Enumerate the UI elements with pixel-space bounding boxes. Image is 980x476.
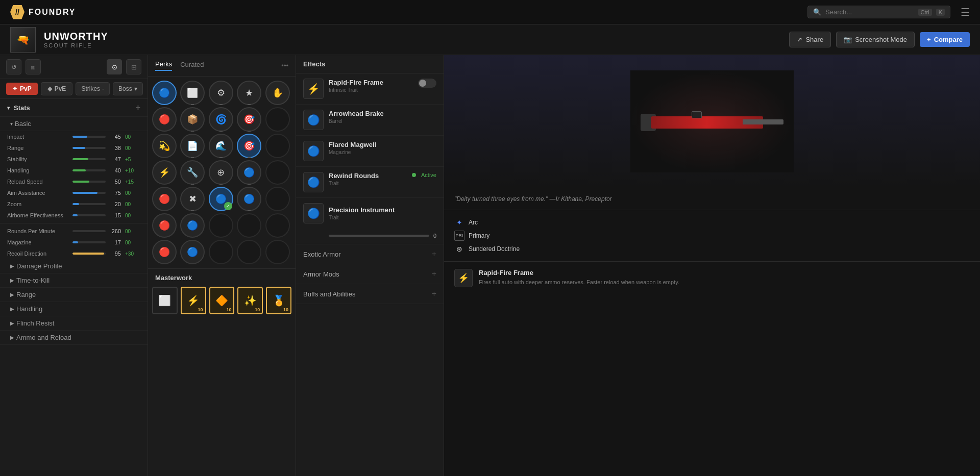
perks-more-button[interactable]: ••• [281,62,288,69]
stat-bar-wrap-airborne [72,214,106,216]
effect-icon-rapid-fire: ⚡ [303,79,324,99]
masterwork-item-3[interactable]: ✨10 [237,287,263,314]
masterwork-item-1[interactable]: ⚡10 [181,287,206,314]
perk-icon-1-1[interactable]: 🔵 [152,81,177,105]
tab-perks[interactable]: Perks [155,60,172,71]
mode-grid-button[interactable]: ⊞ [126,59,141,74]
perk-icon-3-2[interactable]: 📄 [180,134,205,158]
perk-icon-6-2[interactable]: 🔵 [180,213,205,238]
perk-icon-2-3[interactable]: 🌀 [209,107,233,132]
stat-value-magazine: 17 [110,239,121,245]
toggle-rapid-fire[interactable] [418,79,436,88]
stat-bonus-reload: +15 [125,179,140,185]
perk-icon-6-4[interactable] [237,213,261,238]
perk-icon-3-3[interactable]: 🌊 [209,134,233,158]
pvp-button[interactable]: ✦ PvP [6,83,38,95]
perk-icon-7-5[interactable] [265,240,290,264]
perk-icon-5-5[interactable] [265,187,290,211]
search-bar[interactable]: 🔍 Ctrl K [807,6,950,18]
perk-icon-3-5[interactable] [265,134,290,158]
basic-section-header[interactable]: ▾ Basic [0,117,148,131]
undo-button[interactable]: ↺ [6,59,21,74]
plus-icon: + [927,36,931,43]
perk-icon-1-4[interactable]: ★ [237,81,261,105]
range-section[interactable]: ▶ Range [0,288,148,302]
perk-icon-6-1[interactable]: 🔴 [152,213,177,238]
damage-profile-section[interactable]: ▶ Damage Profile [0,259,148,273]
logo-text: FOUNDRY [29,8,76,17]
perk-icon-1-3[interactable]: ⚙ [209,81,233,105]
perk-icon-6-3[interactable] [209,213,233,238]
perk-icon-4-3[interactable]: ⊕ [209,160,233,185]
perk-icon-1-5[interactable]: ✋ [265,81,290,105]
stat-row-reload: Reload Speed 50 +15 [0,176,148,187]
perk-icon-2-1[interactable]: 🔴 [152,107,177,132]
armor-mods-section[interactable]: Armor Mods + [296,264,444,284]
flinch-section[interactable]: ▶ Flinch Resist [0,316,148,331]
effect-info-arrowhead: Arrowhead Brake Barrel [329,110,436,124]
masterwork-item-4[interactable]: 🏅10 [266,287,291,314]
tab-curated[interactable]: Curated [180,61,204,70]
perk-icon-5-1[interactable]: 🔴 [152,187,177,211]
ttk-section[interactable]: ▶ Time-to-Kill [0,273,148,288]
frame-icon: ⚡ [454,269,473,287]
strikes-dropdown[interactable]: Strikes - [76,82,110,95]
handling-section[interactable]: ▶ Handling [0,302,148,316]
stats-panel: ↺ ⎄ ⊙ ⊞ ✦ PvP ◈ PvE Strikes - Boss ▾ [0,55,148,476]
tag-sundered: ⊛ Sundered Doctrine [454,244,970,254]
perk-icon-5-3[interactable]: 🔵 ✓ [209,187,233,211]
compare-button[interactable]: + Compare [920,32,970,47]
perk-icon-2-2[interactable]: 📦 [180,107,205,132]
search-input[interactable] [825,8,914,16]
perk-icon-5-4[interactable]: 🔵 [237,187,261,211]
perk-icon-1-2[interactable]: ⬜ [180,81,205,105]
screenshot-button[interactable]: 📷 Screenshot Mode [836,32,915,47]
basic-label: Basic [15,120,31,128]
perk-icon-7-3[interactable] [209,240,233,264]
perk-icon-3-1[interactable]: 💫 [152,134,177,158]
stat-row-rpm: Rounds Per Minute 260 00 [0,226,148,237]
effect-info-precision-instrument: Precision Instrument Trait [329,206,436,220]
rifle-sight [692,111,702,118]
perk-icon-7-2[interactable]: 🔵 [180,240,205,264]
effect-name-rewind-rounds: Rewind Rounds [329,172,407,180]
stats-section-header[interactable]: ▾ Stats + [0,99,148,117]
stat-bonus-magazine: 00 [125,240,140,245]
exotic-armor-add-icon: + [432,249,436,259]
ammo-section[interactable]: ▶ Ammo and Reload [0,331,148,345]
perk-icon-7-1[interactable]: 🔴 [152,240,177,264]
masterwork-item-2[interactable]: 🔶10 [209,287,235,314]
perk-icon-2-4[interactable]: 🎯 [237,107,261,132]
perk-icon-4-4[interactable]: 🔵 [237,160,261,185]
perk-icon-6-5[interactable] [265,213,290,238]
share-button[interactable]: ↗ Share [789,32,831,47]
frame-name: Rapid-Fire Frame [479,269,970,277]
camera-icon: 📷 [844,36,852,43]
perk-icon-7-4[interactable] [237,240,261,264]
share-small-button[interactable]: ⎄ [26,59,41,74]
stat-bar-zoom [72,203,79,205]
menu-icon[interactable]: ☰ [961,6,970,18]
precision-slider-value: 0 [433,233,436,239]
perk-icon-4-1[interactable]: ⚡ [152,160,177,185]
perk-icon-4-5[interactable] [265,160,290,185]
masterwork-item-0[interactable]: ⬜ [152,287,178,314]
mode-pvp-icon-button[interactable]: ⊙ [107,59,122,74]
pvp-icon: ✦ [12,85,17,92]
perk-icon-4-2[interactable]: 🔧 [180,160,205,185]
stat-bar-wrap-range [72,147,106,149]
pve-button[interactable]: ◈ PvE [41,82,73,95]
exotic-armor-section[interactable]: Exotic Armor + [296,244,444,264]
stat-bar-reload [72,181,89,183]
stat-bar-wrap-handling [72,169,106,171]
perk-icon-2-5[interactable] [265,107,290,132]
stat-value-reload: 50 [110,179,121,185]
boss-dropdown[interactable]: Boss ▾ [113,82,143,95]
effect-sub-flared-magwell: Magazine [329,149,436,155]
perk-icon-3-4[interactable]: 🎯 [237,134,261,158]
stat-bonus-airborne: 00 [125,213,140,218]
stat-row-recoil: Recoil Direction 95 +30 [0,248,148,259]
buffs-abilities-section[interactable]: Buffs and Abilities + [296,284,444,304]
weapon-detail-panel: "Deity turned three eyes from me." —Ir K… [444,55,980,476]
perk-icon-5-2[interactable]: ✖ [180,187,205,211]
